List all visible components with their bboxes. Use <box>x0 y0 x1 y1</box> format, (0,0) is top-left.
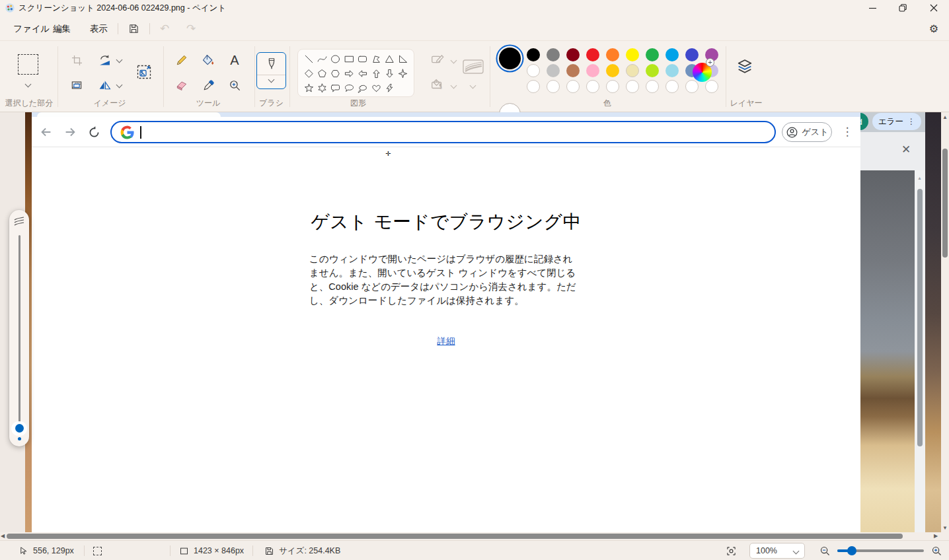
text-tool-icon[interactable]: A <box>225 50 245 70</box>
palette-swatch-ffffff[interactable] <box>527 64 540 77</box>
shape-ellipse-icon[interactable] <box>329 53 342 65</box>
resize-skew-icon[interactable] <box>67 75 87 95</box>
shape-speech-cloud-icon[interactable] <box>356 82 369 94</box>
palette-swatch-880015[interactable] <box>566 48 580 61</box>
shape-fill-icon[interactable]: 0 <box>430 77 445 92</box>
brush-tool-button[interactable] <box>256 52 286 89</box>
horizontal-scrollbar[interactable]: ◀ ▶ <box>0 532 941 540</box>
palette-swatch-ed1c24[interactable] <box>586 48 599 61</box>
palette-swatch-empty-3[interactable] <box>586 80 599 93</box>
stroke-size-chevron-icon[interactable] <box>470 83 476 89</box>
menu-view[interactable]: 表示 <box>85 21 113 37</box>
shape-arrow-left-icon[interactable] <box>356 67 369 80</box>
rotate-chevron-icon[interactable] <box>116 57 123 63</box>
palette-swatch-empty-4[interactable] <box>606 80 619 93</box>
brush-size-knob[interactable] <box>15 424 24 433</box>
shape-star-five-icon[interactable] <box>303 82 315 94</box>
palette-swatch-empty-1[interactable] <box>547 80 560 93</box>
maximize-button[interactable] <box>888 0 918 16</box>
shape-pentagon-icon[interactable] <box>316 67 328 80</box>
vertical-scrollbar[interactable]: ▲ ▼ <box>941 112 949 540</box>
flip-chevron-icon[interactable] <box>116 82 123 88</box>
palette-swatch-b5e61d[interactable] <box>646 64 659 77</box>
rotate-icon[interactable] <box>95 50 114 70</box>
palette-swatch-000000[interactable] <box>527 48 540 61</box>
zoom-out-icon[interactable] <box>819 545 831 557</box>
undo-icon[interactable]: ↶ <box>156 20 173 37</box>
palette-swatch-fff200[interactable] <box>626 48 639 61</box>
paint-canvas[interactable]: ゲスト ⋮ ✛ ゲスト モードでブラウジング中 このウィンドウで開いたページはブ… <box>0 112 941 532</box>
shape-right-triangle-icon[interactable] <box>397 53 409 65</box>
shape-lightning-icon[interactable] <box>383 82 396 94</box>
palette-swatch-3f48cc[interactable] <box>685 48 699 61</box>
shape-arrow-up-icon[interactable] <box>370 67 383 80</box>
palette-swatch-7f7f7f[interactable] <box>547 48 560 61</box>
palette-swatch-ffc90e[interactable] <box>606 64 619 77</box>
shape-diamond-icon[interactable] <box>303 67 315 80</box>
shape-fill-chevron-icon[interactable] <box>451 83 457 89</box>
redo-icon[interactable]: ↷ <box>182 20 200 37</box>
palette-swatch-b97a57[interactable] <box>566 64 580 77</box>
settings-gear-icon[interactable]: ⚙ <box>925 20 942 37</box>
shape-speech-rectangle-icon[interactable] <box>329 82 342 94</box>
browser-menu-dots-icon: ⋮ <box>841 123 854 141</box>
save-icon[interactable] <box>125 20 142 37</box>
shape-star-four-icon[interactable] <box>397 67 409 80</box>
shape-outline-icon[interactable] <box>430 52 445 67</box>
shape-rounded-rectangle-icon[interactable] <box>356 53 369 65</box>
palette-swatch-empty-5[interactable] <box>626 80 639 93</box>
shape-arrow-right-icon[interactable] <box>343 67 356 80</box>
selection-chevron-icon[interactable] <box>25 81 32 88</box>
palette-swatch-99d9ea[interactable] <box>665 64 679 77</box>
close-button[interactable] <box>919 0 949 16</box>
fit-to-window-icon[interactable] <box>726 545 737 557</box>
palette-swatch-c3c3c3[interactable] <box>547 64 560 77</box>
crop-icon[interactable] <box>67 50 87 70</box>
shape-speech-oval-icon[interactable] <box>343 82 356 94</box>
color1-swatch[interactable] <box>499 48 521 69</box>
shape-curve-icon[interactable] <box>316 53 328 65</box>
flip-icon[interactable] <box>95 75 114 95</box>
eraser-icon[interactable] <box>172 75 192 95</box>
color-picker-icon[interactable] <box>198 75 218 95</box>
palette-swatch-empty-9[interactable] <box>705 80 718 93</box>
menu-edit[interactable]: 編集 <box>48 21 76 37</box>
magnifier-icon[interactable] <box>225 75 245 95</box>
shape-polygon-icon[interactable] <box>370 53 383 65</box>
palette-swatch-ff7f27[interactable] <box>606 48 619 61</box>
layers-icon[interactable] <box>736 57 755 77</box>
shape-arrow-down-icon[interactable] <box>383 67 396 80</box>
shape-hexagon-icon[interactable] <box>329 67 342 80</box>
zoom-level-dropdown[interactable]: 100% <box>749 543 805 559</box>
scroll-up-arrow-icon[interactable]: ▲ <box>942 114 948 122</box>
resize-image-icon[interactable] <box>134 62 154 82</box>
fill-bucket-icon[interactable] <box>198 50 218 70</box>
shape-star-six-icon[interactable] <box>316 82 328 94</box>
shape-heart-icon[interactable] <box>370 82 383 94</box>
selection-tool[interactable] <box>18 54 38 75</box>
pencil-icon[interactable] <box>172 50 192 70</box>
scroll-left-arrow-icon[interactable]: ◀ <box>1 532 5 540</box>
minimize-button[interactable] <box>857 0 888 16</box>
horizontal-scrollbar-thumb[interactable] <box>7 534 903 539</box>
zoom-slider-knob[interactable] <box>847 546 856 555</box>
palette-swatch-efe4b0[interactable] <box>626 64 639 77</box>
palette-swatch-empty-8[interactable] <box>685 80 699 93</box>
shape-line-icon[interactable] <box>303 53 315 65</box>
palette-swatch-22b14c[interactable] <box>646 48 659 61</box>
shape-outline-chevron-icon[interactable] <box>451 57 457 64</box>
scroll-right-arrow-icon[interactable]: ▶ <box>934 532 938 540</box>
shape-rectangle-icon[interactable] <box>343 53 356 65</box>
palette-swatch-ffaec9[interactable] <box>586 64 599 77</box>
shape-triangle-icon[interactable] <box>383 53 396 65</box>
palette-swatch-empty-6[interactable] <box>646 80 659 93</box>
palette-swatch-00a2e8[interactable] <box>665 48 679 61</box>
palette-swatch-empty-2[interactable] <box>566 80 580 93</box>
palette-swatch-empty-7[interactable] <box>665 80 679 93</box>
scroll-down-arrow-icon[interactable]: ▼ <box>942 524 948 532</box>
vertical-scrollbar-thumb[interactable] <box>942 149 948 258</box>
palette-swatch-empty-0[interactable] <box>527 80 540 93</box>
zoom-in-icon[interactable] <box>931 545 942 557</box>
brush-size-track[interactable] <box>19 235 20 431</box>
stroke-size-icon[interactable] <box>461 57 485 77</box>
